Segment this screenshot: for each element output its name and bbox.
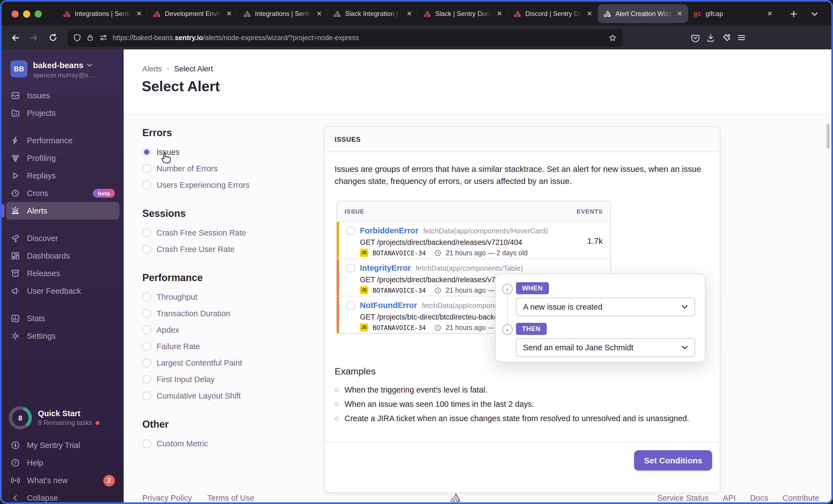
set-conditions-button[interactable]: Set Conditions [634,450,712,471]
radio-icon[interactable] [142,180,151,189]
sidebar-item-dashboards[interactable]: Dashboards [6,247,119,264]
issue-link[interactable]: IntegrityError [360,263,411,272]
radio-transaction-duration[interactable]: Transaction Duration [142,308,313,319]
tab-development-environment[interactable]: Development Enviro ✕ [147,4,237,23]
quick-start[interactable]: 8 Quick Start 8 Remaining tasks [8,406,116,430]
list-tabs-button[interactable] [807,6,822,21]
zoom-window-button[interactable] [34,10,42,17]
radio-icon[interactable] [142,358,151,367]
tab-slack-integration[interactable]: Slack Integration | S ✕ [328,4,418,23]
screenshot-root: Integrations | Sentry ✕ Development Envi… [0,0,833,504]
sidebar-collapse-button[interactable]: Collapse [6,489,119,502]
issue-link[interactable]: NotFoundError [360,301,417,310]
radio-icon[interactable] [142,292,151,301]
bookmark-star-icon[interactable] [608,33,617,42]
sidebar-item-projects[interactable]: Projects [6,104,119,122]
sidebar-item-releases[interactable]: Releases [6,264,119,282]
radio-icon[interactable] [142,391,151,400]
radio-number-of-errors[interactable]: Number of Errors [142,163,313,174]
sidebar-item-performance[interactable]: Performance [6,132,119,149]
sidebar-item-discover[interactable]: Discover [6,229,119,247]
radio-icon[interactable] [142,228,151,237]
radio-largest-contentful-paint[interactable]: Largest Contentful Paint [142,357,313,368]
then-action-select[interactable]: Send an email to Jane Schmidt [516,338,695,357]
sidebar-item-settings[interactable]: Settings [6,327,119,345]
sidebar-item-alerts[interactable]: Alerts [6,202,119,220]
lock-icon[interactable] [86,33,94,42]
row-checkbox[interactable] [347,301,355,309]
terms-of-use-link[interactable]: Terms of Use [208,494,255,502]
radio-icon[interactable] [142,309,151,318]
scrollbar-thumb[interactable] [826,124,830,149]
download-icon[interactable] [706,33,715,42]
radio-users-experiencing-errors[interactable]: Users Experiencing Errors [142,179,313,190]
tab-discord-docs[interactable]: Discord | Sentry Do ✕ [508,4,598,23]
tab-slack-docs[interactable]: Slack | Sentry Docu ✕ [418,4,508,23]
contribute-link[interactable]: Contribute [782,494,819,502]
forward-button[interactable] [26,29,42,46]
sidebar-item-crons[interactable]: Crons beta [6,184,119,202]
row-checkbox[interactable] [347,264,355,272]
radio-throughput[interactable]: Throughput [142,292,313,302]
sidebar-item-issues[interactable]: Issues [6,87,119,104]
radio-icon[interactable] [142,245,151,253]
tab-close-icon[interactable]: ✕ [135,10,143,18]
tab-integrations-2[interactable]: Integrations | Sentry ✕ [237,4,328,23]
tab-close-icon[interactable]: ✕ [496,10,503,18]
docs-link[interactable]: Docs [750,494,768,502]
radio-selected-icon[interactable] [142,147,151,156]
tab-close-icon[interactable]: ✕ [405,10,413,18]
sidebar-item-stats[interactable]: Stats [6,310,119,327]
shield-icon[interactable] [73,33,81,42]
back-button[interactable] [7,29,24,46]
tab-close-icon[interactable]: ✕ [766,10,774,18]
alert-type-options: Errors Issues Number of Errors Users Exp… [142,127,313,467]
tab-integrations-1[interactable]: Integrations | Sentry ✕ [57,4,147,23]
tab-close-icon[interactable]: ✕ [225,10,233,18]
api-link[interactable]: API [723,494,736,502]
tab-gifcap[interactable]: gc gifcap ✕ [688,4,778,23]
sidebar-item-trial[interactable]: My Sentry Trial [6,436,119,454]
sidebar-item-help[interactable]: ? Help [6,454,119,472]
breadcrumb-alerts[interactable]: Alerts [142,64,162,73]
sidebar-item-replays[interactable]: Replays [6,167,119,184]
radio-crash-free-user-rate[interactable]: Crash Free User Rate [142,244,313,254]
radio-icon[interactable] [142,342,151,351]
when-condition-select[interactable]: A new issue is created [516,298,695,316]
minimize-window-button[interactable] [23,10,30,17]
new-tab-button[interactable] [786,6,801,21]
table-row[interactable]: ForbiddenError fetchData(app/components/… [337,221,611,259]
radio-icon[interactable] [142,325,151,334]
radio-icon[interactable] [142,439,151,448]
menu-hamburger-icon[interactable] [737,33,746,42]
url-text[interactable]: https://baked-beans.sentry.io/alerts/nod… [113,34,603,42]
project-slug: BOTANAVOICE-34 [373,324,426,331]
radio-crash-free-session-rate[interactable]: Crash Free Session Rate [142,227,313,238]
reload-button[interactable] [45,29,61,46]
sidebar-item-profiling[interactable]: Profiling [6,149,119,167]
row-checkbox[interactable] [347,226,355,235]
radio-first-input-delay[interactable]: First Input Delay [142,374,313,384]
sidebar-item-whats-new[interactable]: What's new 2 [6,472,119,489]
radio-custom-metric[interactable]: Custom Metric [142,438,313,449]
close-window-button[interactable] [11,10,19,17]
tab-close-icon[interactable]: ✕ [586,10,593,18]
org-switcher[interactable]: BB baked-beans spencer.murray@s… [10,60,116,79]
url-bar[interactable]: https://baked-beans.sentry.io/alerts/nod… [68,29,622,46]
pocket-icon[interactable] [691,33,700,42]
privacy-policy-link[interactable]: Privacy Policy [142,494,192,502]
tab-close-icon[interactable]: ✕ [315,10,323,18]
radio-icon[interactable] [142,164,151,173]
permissions-icon[interactable] [99,33,108,42]
radio-failure-rate[interactable]: Failure Rate [142,341,313,351]
issue-link[interactable]: ForbiddenError [360,226,419,235]
extensions-puzzle-icon[interactable] [721,33,731,42]
user-feedback-icon [10,286,20,296]
service-status-link[interactable]: Service Status [657,494,709,502]
radio-icon[interactable] [142,375,151,383]
radio-apdex[interactable]: Apdex [142,325,313,335]
sidebar-item-user-feedback[interactable]: User Feedback [6,282,119,300]
radio-cumulative-layout-shift[interactable]: Cumulative Layout Shift [142,390,313,401]
tab-close-icon[interactable]: ✕ [676,10,684,18]
tab-alert-creation-wizard[interactable]: Alert Creation Wizar ✕ [598,4,688,23]
